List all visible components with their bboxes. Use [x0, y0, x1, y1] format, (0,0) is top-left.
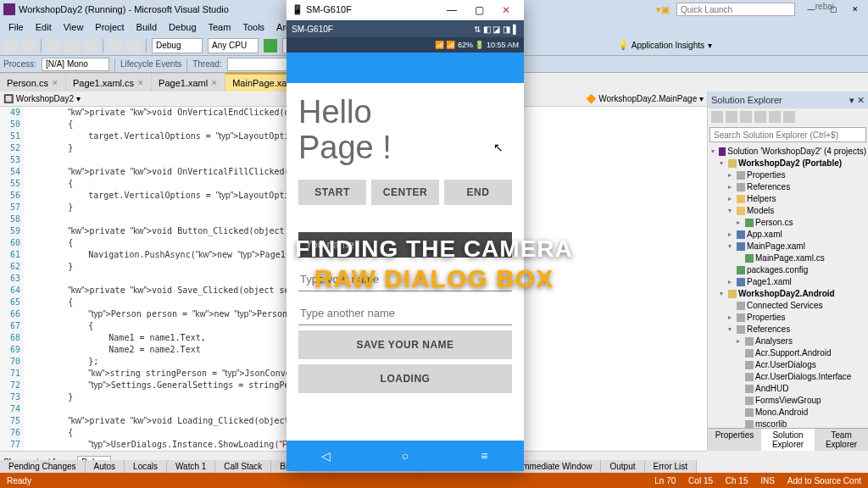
solution-search-input[interactable]: [709, 127, 866, 142]
emu-close-button[interactable]: ✕: [493, 2, 519, 19]
align-center-button[interactable]: CENTER: [371, 180, 439, 205]
notification-icon[interactable]: ▾▣: [656, 4, 670, 15]
bottom-tab-call-stack[interactable]: Call Stack: [215, 460, 271, 473]
emu-status-icons: ⇅ ◧ ◪ ◨ ▌: [474, 25, 519, 34]
collapse-icon[interactable]: [740, 111, 752, 123]
config-combo[interactable]: Debug: [152, 38, 203, 53]
preview-icon[interactable]: [783, 111, 795, 123]
tab-close-icon[interactable]: ✕: [211, 79, 218, 87]
tab-person-cs[interactable]: Person.cs ✕: [0, 73, 66, 92]
bottom-tab-watch-1[interactable]: Watch 1: [167, 460, 215, 473]
right-tab-team-explorer[interactable]: Team Explorer: [815, 429, 868, 451]
saveall-icon[interactable]: [84, 39, 97, 53]
redo-icon[interactable]: [127, 39, 141, 53]
tree-item[interactable]: ▸Helpers: [709, 193, 866, 205]
recent-icon[interactable]: ≡: [476, 447, 492, 464]
line-gutter: 49 50 51 52 53 54 55 56 57 58 59 60 61 6…: [0, 107, 24, 451]
emu-minimize-button[interactable]: —: [439, 2, 465, 19]
menu-tools[interactable]: Tools: [237, 20, 270, 34]
showall-icon[interactable]: [754, 111, 766, 123]
thread-combo[interactable]: [227, 58, 295, 71]
menu-debug[interactable]: Debug: [164, 20, 201, 34]
loading-button[interactable]: LOADING: [298, 364, 512, 393]
tree-item[interactable]: ▸App.xaml: [709, 229, 866, 241]
tree-item[interactable]: FormsViewGroup: [709, 395, 866, 407]
menu-project[interactable]: Project: [90, 20, 129, 34]
tree-item[interactable]: ▸References: [709, 181, 866, 193]
tree-item[interactable]: ▸Properties: [709, 312, 866, 324]
tab-page1-xaml[interactable]: Page1.xaml ✕: [152, 73, 225, 92]
tree-item[interactable]: ▾Models: [709, 205, 866, 217]
platform-combo[interactable]: Any CPU: [208, 38, 259, 53]
align-end-button[interactable]: END: [444, 180, 512, 205]
bottom-tab-pending-changes[interactable]: Pending Changes: [0, 460, 86, 473]
save-icon[interactable]: [65, 39, 79, 53]
hello-label: HelloPage !: [298, 95, 512, 166]
undo-icon[interactable]: [108, 39, 122, 53]
menu-team[interactable]: Team: [203, 20, 236, 34]
right-tab-solution-explorer[interactable]: Solution Explorer: [761, 429, 815, 451]
tree-item[interactable]: packages.config: [709, 264, 866, 276]
align-start-button[interactable]: START: [298, 180, 366, 205]
tree-item[interactable]: MainPage.xaml.cs: [709, 252, 866, 264]
right-tab-properties[interactable]: Properties: [708, 429, 761, 451]
editor-project-combo[interactable]: WorkshopDay2: [16, 94, 74, 103]
home-icon[interactable]: [711, 111, 723, 123]
solution-explorer: Solution Explorer ▾ ✕ ▾Solution 'Worksho…: [707, 92, 868, 451]
tree-item[interactable]: Acr.UserDialogs: [709, 359, 866, 371]
process-label: Process:: [3, 59, 36, 69]
status-ins: INS: [760, 476, 775, 485]
menu-build[interactable]: Build: [131, 20, 162, 34]
tree-item[interactable]: ▸Analysers: [709, 336, 866, 347]
editor-class-combo[interactable]: WorkshopDay2.MainPage: [598, 94, 697, 103]
tree-item[interactable]: ▾WorkshopDay2.Android: [709, 288, 866, 300]
tree-item[interactable]: ▾MainPage.xaml: [709, 241, 866, 252]
menu-file[interactable]: File: [3, 20, 29, 34]
status-text: Ready: [7, 476, 31, 485]
start-icon[interactable]: [264, 39, 277, 53]
nav-back-icon[interactable]: [3, 39, 17, 53]
app-insights-button[interactable]: 💡 Application Insights ▾: [618, 41, 712, 50]
bottom-tab-autos[interactable]: Autos: [86, 460, 125, 473]
emu-maximize-button[interactable]: ▢: [466, 2, 492, 19]
tree-item[interactable]: ▾Solution 'WorkshopDay2' (4 projects): [709, 146, 866, 158]
tree-item[interactable]: Acr.UserDialogs.Interface: [709, 371, 866, 383]
back-icon[interactable]: ◁: [318, 447, 335, 464]
tree-item[interactable]: ▸Person.cs: [709, 217, 866, 229]
tree-item[interactable]: ▾References: [709, 324, 866, 336]
refresh-icon[interactable]: [726, 111, 737, 123]
process-combo[interactable]: [N/A] Mono: [42, 58, 109, 71]
username-label: rebai: [815, 2, 834, 11]
panel-close-icon[interactable]: ▾ ✕: [849, 95, 865, 106]
name1-input[interactable]: [298, 268, 512, 291]
bottom-tab-locals[interactable]: Locals: [125, 460, 167, 473]
menu-view[interactable]: View: [58, 20, 89, 34]
bottom-tab-error-list[interactable]: Error List: [645, 460, 698, 473]
close-button[interactable]: ✕: [846, 3, 865, 16]
bottom-tab-immediate-window[interactable]: Immediate Window: [511, 460, 601, 473]
emu-clock: 📶 📶 62% 🔋 10:55 AM: [435, 41, 519, 49]
status-source-control[interactable]: Add to Source Cont: [787, 476, 861, 485]
tab-close-icon[interactable]: ✕: [52, 79, 58, 87]
tree-item[interactable]: ▸Properties: [709, 169, 866, 181]
tree-item[interactable]: Mono.Android: [709, 407, 866, 419]
tab-page1-xaml-cs[interactable]: Page1.xaml.cs ✕: [66, 73, 152, 92]
solution-tree[interactable]: ▾Solution 'WorkshopDay2' (4 projects)▾Wo…: [708, 144, 868, 428]
vs-logo-icon: [3, 3, 15, 15]
open-icon[interactable]: [47, 39, 60, 53]
tree-item[interactable]: mscorlib: [709, 419, 866, 428]
tree-item[interactable]: ▾WorkshopDay2 (Portable): [709, 158, 866, 169]
tree-item[interactable]: Acr.Support.Android: [709, 347, 866, 359]
home-nav-icon[interactable]: ○: [397, 447, 414, 464]
menu-edit[interactable]: Edit: [31, 20, 57, 34]
bottom-tab-output[interactable]: Output: [601, 460, 644, 473]
tree-item[interactable]: Connected Services: [709, 300, 866, 312]
tree-item[interactable]: ▸Page1.xaml: [709, 276, 866, 288]
properties-icon[interactable]: [769, 111, 781, 123]
save-name-button[interactable]: SAVE YOUR NAME: [298, 330, 512, 359]
name2-input[interactable]: [298, 302, 512, 325]
quick-launch-input[interactable]: [676, 3, 795, 16]
tab-close-icon[interactable]: ✕: [137, 79, 144, 87]
nav-fwd-icon[interactable]: [22, 39, 36, 53]
tree-item[interactable]: AndHUD: [709, 383, 866, 395]
